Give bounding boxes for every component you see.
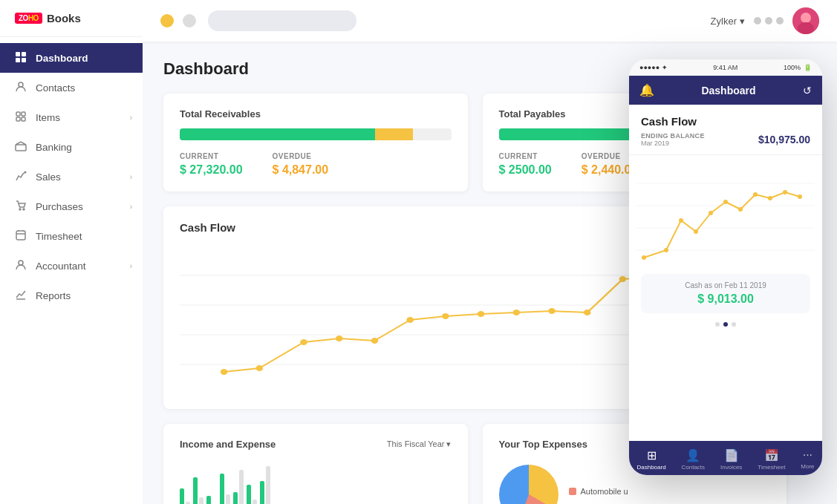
- svg-rect-1: [22, 52, 26, 56]
- svg-rect-7: [16, 117, 20, 121]
- svg-point-26: [371, 338, 379, 344]
- receivables-current-amount: $ 27,320.00: [180, 163, 243, 177]
- mobile-cf-balance-row: ENDING BALANCE Mar 2019 $10,975.00: [641, 132, 810, 147]
- svg-point-28: [442, 313, 449, 319]
- svg-point-41: [664, 248, 668, 252]
- mobile-nav-more-label: More: [801, 463, 814, 470]
- bar-teal-1: [180, 488, 184, 504]
- bar-group-5: [233, 470, 244, 504]
- bar-teal-7: [260, 481, 264, 504]
- svg-point-23: [256, 365, 264, 371]
- books-label: Books: [47, 12, 81, 24]
- svg-rect-0: [16, 52, 20, 56]
- svg-point-22: [221, 369, 228, 375]
- sidebar-item-banking[interactable]: Banking: [0, 132, 143, 162]
- svg-point-31: [548, 308, 556, 314]
- bar-teal-4: [220, 474, 224, 504]
- mobile-cash-flow-section: Cash Flow ENDING BALANCE Mar 2019 $10,97…: [629, 105, 822, 155]
- sidebar-item-accountant-label: Accountant: [36, 261, 128, 272]
- main-wrapper: Zylker ▾ Dashboard: [143, 0, 837, 504]
- bar-group-3: [206, 496, 217, 504]
- mobile-nav-timesheet-icon: 📅: [764, 448, 779, 462]
- purchases-chevron: ›: [130, 203, 132, 211]
- mobile-nav-timesheet[interactable]: 📅 Timesheet: [758, 448, 785, 471]
- receivables-bar-yellow: [375, 128, 413, 140]
- mobile-nav-more[interactable]: ··· More: [801, 448, 814, 471]
- sidebar-item-sales[interactable]: Sales ›: [0, 162, 143, 192]
- items-icon: [15, 111, 28, 124]
- mobile-chart-area: [629, 155, 822, 274]
- bar-gray-4: [226, 494, 230, 504]
- sidebar-nav: Dashboard Contacts Items: [0, 37, 143, 504]
- topbar-search-bar[interactable]: [208, 10, 356, 31]
- receivables-bar: [180, 128, 452, 140]
- mobile-ending-balance-date: Mar 2019: [641, 140, 705, 147]
- income-expense-header: Income and Expense This Fiscal Year ▾: [180, 439, 452, 450]
- svg-point-14: [19, 261, 23, 265]
- mobile-dots-row: [629, 319, 822, 330]
- mobile-signal: ●●●●● ✦: [639, 64, 668, 71]
- bar-teal-5: [233, 492, 238, 504]
- receivables-overdue: OVERDUE $ 4,847.00: [273, 152, 329, 177]
- mobile-balance-amount: $ 9,013.00: [651, 292, 800, 306]
- sidebar-item-dashboard-label: Dashboard: [36, 53, 128, 64]
- timesheet-icon: [15, 229, 28, 243]
- mobile-nav-dashboard-icon: ⊞: [647, 448, 657, 462]
- mobile-nav-dashboard-label: Dashboard: [636, 464, 665, 471]
- sidebar-item-purchases[interactable]: Purchases ›: [0, 192, 143, 221]
- svg-point-11: [19, 209, 21, 210]
- topbar-dot-sm-3: [776, 17, 784, 24]
- svg-point-10: [25, 171, 27, 174]
- sidebar-item-reports-label: Reports: [36, 290, 128, 301]
- bar-teal-6: [247, 485, 251, 504]
- mobile-bell-icon[interactable]: 🔔: [639, 83, 654, 97]
- banking-icon: [15, 140, 28, 154]
- sidebar-item-reports[interactable]: Reports: [0, 281, 143, 310]
- income-expense-card: Income and Expense This Fiscal Year ▾: [163, 424, 468, 504]
- mobile-nav-contacts[interactable]: 👤 Contacts: [682, 448, 706, 471]
- payables-current-amount: $ 2500.00: [499, 163, 552, 177]
- income-expense-chart: [180, 459, 452, 504]
- accountant-chevron: ›: [130, 262, 132, 270]
- bar-teal-3: [206, 496, 211, 504]
- svg-rect-6: [22, 112, 25, 116]
- bar-group-2: [193, 477, 203, 504]
- accountant-icon: [15, 259, 28, 272]
- mobile-nav-invoices-label: Invoices: [720, 464, 742, 471]
- svg-point-40: [642, 255, 646, 260]
- sidebar-item-dashboard[interactable]: Dashboard: [0, 43, 143, 73]
- mobile-header: 🔔 Dashboard ↺: [629, 76, 822, 105]
- mobile-dot-1: [715, 322, 720, 327]
- mobile-status-bar: ●●●●● ✦ 9:41 AM 100% 🔋: [629, 59, 822, 76]
- mobile-nav-more-icon: ···: [803, 448, 812, 462]
- mobile-cf-title: Cash Flow: [641, 115, 810, 128]
- sidebar-item-accountant[interactable]: Accountant ›: [0, 251, 143, 281]
- dashboard-icon: [15, 51, 28, 65]
- mobile-nav-contacts-label: Contacts: [682, 464, 706, 471]
- sales-chevron: ›: [130, 173, 132, 181]
- mobile-header-title: Dashboard: [654, 85, 803, 96]
- svg-point-43: [694, 229, 698, 234]
- income-expense-filter[interactable]: This Fiscal Year ▾: [387, 439, 452, 449]
- topbar-right: Zylker ▾: [711, 7, 819, 34]
- mobile-nav-timesheet-label: Timesheet: [758, 464, 785, 471]
- mobile-ending-balance-amount: $10,975.00: [758, 134, 810, 145]
- receivables-overdue-amount: $ 4,847.00: [273, 163, 329, 177]
- sidebar-item-contacts[interactable]: Contacts: [0, 73, 143, 102]
- svg-point-48: [768, 196, 772, 200]
- mobile-refresh-icon[interactable]: ↺: [803, 85, 812, 96]
- topbar-username[interactable]: Zylker ▾: [711, 16, 745, 27]
- svg-point-49: [783, 190, 787, 194]
- svg-point-47: [753, 192, 758, 197]
- mobile-nav-dashboard[interactable]: ⊞ Dashboard: [636, 448, 665, 471]
- mobile-nav-invoices[interactable]: 📄 Invoices: [720, 448, 742, 471]
- mobile-ending-balance: ENDING BALANCE Mar 2019: [641, 132, 705, 147]
- mobile-battery-icon: 🔋: [804, 64, 812, 71]
- topbar-dots: [754, 17, 784, 24]
- expenses-legend: Automobile u: [569, 487, 628, 496]
- sidebar-item-timesheet[interactable]: Timesheet: [0, 221, 143, 251]
- svg-point-16: [801, 13, 811, 23]
- bar-group-6: [247, 485, 257, 504]
- sidebar-item-items[interactable]: Items ›: [0, 102, 143, 132]
- svg-point-42: [679, 218, 683, 223]
